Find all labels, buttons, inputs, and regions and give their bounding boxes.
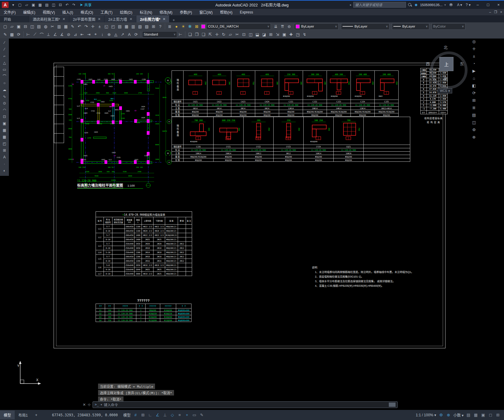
file-tab-1[interactable]: 开始 [0,15,29,22]
account-caret-icon[interactable]: ▾ [444,3,446,6]
copy-icon[interactable]: ▥ [56,23,63,29]
clean-screen-icon[interactable]: ⊞ [494,413,502,417]
extend-icon[interactable]: ⊡ [241,31,247,37]
open-icon[interactable]: ▱ [9,23,15,29]
command-caret-icon[interactable]: ▾ [100,403,102,406]
viewcube-north[interactable]: 北 [444,44,448,50]
preview-icon[interactable]: ◫ [29,23,36,29]
ellipse-arc-icon[interactable]: ◠ [1,107,8,113]
orbit-icon[interactable]: ◔ [473,61,475,66]
maximize-button[interactable]: □ [484,2,492,8]
showmotion-icon[interactable]: ▶ [472,69,476,73]
diameter-dim-icon[interactable]: ⊘ [65,31,72,37]
new-icon[interactable]: ▢ [2,23,9,29]
expand-icon[interactable]: ⊕ [472,135,476,139]
designcenter-icon[interactable]: ▦ [123,23,130,29]
hardware-icon[interactable]: ▣ [479,413,487,417]
break-dim-icon[interactable]: ↕ [99,31,106,37]
save-icon[interactable]: ▣ [30,2,36,8]
isolate-icon[interactable]: ◻ [487,413,494,417]
xline-icon[interactable]: ⁄ [1,46,8,52]
array-icon[interactable]: ⊞ [267,31,274,37]
radius-dim-icon[interactable]: ∠ [52,31,59,37]
align-icon[interactable]: ↯ [301,31,308,37]
file-tab-4[interactable]: 2#上剪力墙✕ [104,15,136,22]
share-button[interactable]: ➤ 共享 [80,2,92,7]
tolerance-icon[interactable]: ⊕ [106,31,112,37]
make-block-icon[interactable]: ▣ [1,120,8,126]
annotation-icon[interactable]: ✎ [198,413,205,417]
redo-icon[interactable]: ↷ [71,2,77,8]
publish-icon[interactable]: ▤ [36,23,42,29]
layer-states-icon[interactable]: ⊜ [286,23,293,29]
settings-icon[interactable]: ⚙ [472,127,476,132]
continue-dim-icon[interactable]: ⇥ [85,31,92,37]
help-icon[interactable]: ? ▾ [465,2,471,8]
layer-thaw-icon[interactable]: ☀ [180,23,187,29]
ellipse-icon[interactable]: ⊙ [1,100,8,106]
autocad-logo-icon[interactable]: A [2,2,9,8]
command-close-icon[interactable]: ✕ [83,403,86,407]
line-icon[interactable]: ∕ [1,40,8,45]
file-tab-3[interactable]: 2#平面布置图✕ [69,15,104,22]
join-icon[interactable]: ✚ [288,31,294,37]
toolpalettes-icon[interactable]: ▥ [130,23,137,29]
menu-item-4[interactable]: 插入(I) [59,9,77,15]
search-icon[interactable] [408,3,412,7]
plotstyle-dropdown[interactable]: ByColor ∨ [432,23,465,30]
plot-icon[interactable]: ⊟ [22,23,29,29]
table-icon[interactable]: ⊞ [1,147,8,153]
arc-icon[interactable]: ⌒ [1,73,8,79]
refresh-icon[interactable]: ⟳ [472,91,476,95]
inspect-icon[interactable]: ◬ [112,31,119,37]
command-scroll-thumb[interactable] [389,403,396,407]
fullnav-wheel-icon[interactable]: ◎ [472,39,476,44]
explode-icon[interactable]: ◳ [294,31,301,37]
arc-dim-icon[interactable]: ⌒ [38,31,45,37]
lineweight-icon[interactable]: ≡ [176,413,183,417]
web-icon[interactable]: ◍ [42,23,49,29]
linetype-dropdown[interactable]: ByLayer ∨ [341,23,389,30]
menu-item-12[interactable]: 帮助(H) [216,9,236,15]
move-icon[interactable]: ✛ [214,31,220,37]
dim-edit-icon[interactable]: ✎ [2,31,9,37]
close-button[interactable]: × [494,2,503,8]
revcloud-icon[interactable]: ☁ [1,87,8,93]
grid-display-icon[interactable]: ⊞ [472,98,476,103]
leader-icon[interactable]: ↗ [119,31,126,37]
workspace-icon[interactable]: ▤ [465,413,472,417]
transparency-icon[interactable]: ▭ [191,413,198,417]
polyline-icon[interactable]: ⌐ [1,53,8,59]
matchprop-icon[interactable]: ✎ [69,23,76,29]
grid-icon[interactable]: # [132,413,139,417]
new-layout-button[interactable]: + [32,411,41,419]
zoom-previous-icon[interactable]: ◰ [110,23,116,29]
break-icon[interactable]: ◫ [247,31,254,37]
sheet-icon[interactable]: ▤ [472,113,476,117]
command-customize-icon[interactable]: ⊹ [88,403,91,407]
list-icon[interactable]: ≣ [472,105,476,110]
color-dropdown[interactable]: ByLayer ∨ [294,23,339,30]
account-name[interactable]: 1505999135... [420,3,443,7]
doc-close-icon[interactable]: × [500,10,502,14]
menu-item-7[interactable]: 绘图(D) [116,9,136,15]
model-space-button[interactable]: 模型 [123,412,131,418]
annotation-visibility-icon[interactable]: ⊕ [445,413,452,417]
layer-lock-icon[interactable]: ⊠ [193,23,200,29]
layer-on-icon[interactable]: ● [173,23,180,29]
layer-walk-icon[interactable]: ◧ [472,83,476,88]
layer-dropdown[interactable]: COLU_DE_HATCH ∨ [207,23,271,30]
spline-icon[interactable]: ∿ [1,93,8,99]
plot-icon[interactable]: ▤ [44,2,50,8]
mtext-icon[interactable]: A [1,154,8,160]
zoom-icon[interactable]: ± [473,54,475,59]
publish-icon[interactable]: ◫ [51,2,57,8]
save-icon[interactable]: ▣ [15,23,22,29]
wcs-dropdown[interactable]: WCS ▾ [438,88,452,93]
insert-block-icon[interactable]: ⊡ [1,114,8,119]
viewcube-top-face[interactable]: 上 [439,57,453,71]
linear-dim-icon[interactable]: ⊢ [25,31,32,37]
collapse-search-icon[interactable]: ▸ [350,3,351,6]
cut-icon[interactable]: ✂ [49,23,56,29]
model-tab[interactable]: 模型 [0,411,15,419]
